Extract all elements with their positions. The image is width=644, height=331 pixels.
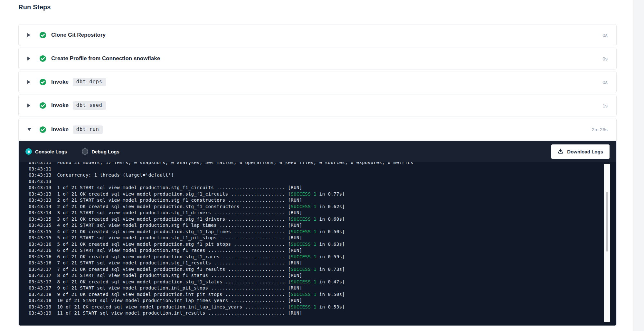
step-card: Invokedbt deps0s [18,71,617,93]
success-status: SUCCESS 1 [291,229,317,234]
log-line: 03:43:17 7 of 21 OK created sql view mod… [29,266,616,273]
check-circle-icon [39,32,46,39]
log-line: 03:43:17 8 of 21 START sql view model pr… [29,272,616,279]
log-line: 03:43:17 8 of 21 OK created sql view mod… [29,279,616,285]
log-line: 03:43:13 2 of 21 START sql view model pr… [29,197,616,204]
log-line: 03:43:13 1 of 21 START sql view model pr… [29,185,616,191]
log-line: 03:43:11 [29,166,616,172]
step-command-chip: dbt seed [73,101,106,110]
chevron-right-icon[interactable] [27,57,32,60]
download-logs-button[interactable]: Download Logs [551,144,610,159]
check-circle-icon [39,78,46,86]
run-steps-heading: Run Steps [18,4,51,11]
chevron-down-icon[interactable] [27,128,32,131]
debug-logs-radio[interactable]: Debug Logs [82,148,119,155]
success-status: SUCCESS 1 [291,304,317,309]
chevron-right-icon[interactable] [27,80,32,84]
success-status: SUCCESS 1 [291,204,317,209]
step-card: Clone Git Repository0s [18,24,617,46]
step-duration: 2m 26s [592,127,608,132]
step-row[interactable]: Invokedbt seed1s [19,95,616,116]
log-line: 03:43:15 4 of 21 OK created sql view mod… [29,229,616,235]
log-line: 03:43:11 Found 21 models, 17 tests, 0 sn… [29,162,616,166]
radio-selected-icon[interactable] [25,148,32,155]
step-row[interactable]: Invokedbt run2m 26s [19,118,616,141]
check-circle-icon [39,55,46,62]
success-status: SUCCESS 1 [291,279,317,284]
success-status: SUCCESS 1 [291,292,317,297]
log-line: 03:43:16 5 of 21 OK created sql view mod… [29,241,616,248]
log-scrollbar-track[interactable] [604,164,610,322]
step-title: Clone Git Repository [51,32,106,38]
step-title: Invoke [51,79,69,85]
log-console[interactable]: 03:43:11 Found 21 models, 17 tests, 0 sn… [19,162,616,326]
console-logs-radio[interactable]: Console Logs [25,148,67,155]
log-line: 03:43:13 [29,179,616,185]
log-line: 03:43:15 3 of 21 OK created sql view mod… [29,216,616,223]
logs-toolbar: Console LogsDebug LogsDownload Logs [19,141,616,162]
step-command-chip: dbt deps [73,78,106,86]
step-card: Create Profile from Connection snowflake… [18,48,617,69]
check-circle-icon [39,102,46,109]
step-duration: 1s [602,103,608,108]
debug-logs-label[interactable]: Debug Logs [91,149,119,154]
log-line: 03:43:18 10 of 21 START sql view model p… [29,298,616,304]
log-line: 03:43:19 10 of 21 OK created sql view mo… [29,304,616,310]
step-command-chip: dbt run [73,125,103,134]
step-duration: 0s [602,56,608,61]
step-row[interactable]: Clone Git Repository0s [19,24,616,46]
step-duration: 0s [602,79,608,85]
step-card: Invokedbt run2m 26sConsole LogsDebug Log… [18,118,617,326]
log-lines: 03:43:11 Found 21 models, 17 tests, 0 sn… [29,162,616,317]
download-logs-label: Download Logs [567,149,603,154]
log-line: 03:43:15 4 of 21 START sql view model pr… [29,222,616,229]
log-line: 03:43:19 11 of 21 START sql view model p… [29,310,616,317]
log-line: 03:43:16 6 of 21 OK created sql view mod… [29,254,616,260]
page-right-gutter [633,0,644,331]
success-status: SUCCESS 1 [291,216,317,222]
log-line: 03:43:16 6 of 21 START sql view model pr… [29,247,616,254]
step-title: Create Profile from Connection snowflake [51,55,160,62]
step-title: Invoke [51,126,69,133]
check-circle-icon [39,126,46,133]
log-line: 03:43:16 7 of 21 START sql view model pr… [29,260,616,266]
log-scrollbar-thumb[interactable] [606,192,608,252]
success-status: SUCCESS 1 [291,267,317,272]
log-line: 03:43:13 Concurrency: 1 threads (target=… [29,172,616,179]
steps-list: Clone Git Repository0sCreate Profile fro… [18,24,617,326]
radio-unselected-icon[interactable] [82,148,88,155]
chevron-right-icon[interactable] [27,104,32,107]
step-duration: 0s [602,32,608,38]
log-line: 03:43:13 1 of 21 OK created sql view mod… [29,191,616,198]
step-row[interactable]: Create Profile from Connection snowflake… [19,48,616,69]
success-status: SUCCESS 1 [291,254,317,259]
success-status: SUCCESS 1 [291,242,317,247]
chevron-right-icon[interactable] [27,33,32,37]
download-icon [558,148,564,155]
step-card: Invokedbt seed1s [18,95,617,116]
step-row[interactable]: Invokedbt deps0s [19,71,616,93]
success-status: SUCCESS 1 [291,191,317,197]
log-line: 03:43:15 5 of 21 START sql view model pr… [29,235,616,241]
step-title: Invoke [51,102,69,109]
log-line: 03:43:17 9 of 21 START sql view model pr… [29,285,616,291]
log-line: 03:43:14 2 of 21 OK created sql view mod… [29,204,616,210]
console-logs-label[interactable]: Console Logs [35,149,67,154]
log-line: 03:43:14 3 of 21 START sql view model pr… [29,210,616,216]
log-line: 03:43:18 9 of 21 OK created sql view mod… [29,291,616,298]
